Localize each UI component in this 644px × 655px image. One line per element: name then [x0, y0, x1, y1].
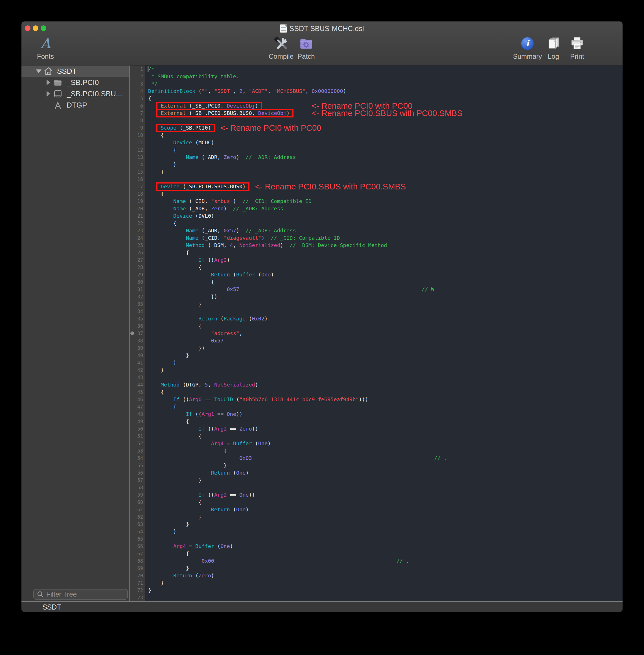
disclosure-icon[interactable]	[43, 91, 53, 96]
code-line-9[interactable]: Scope (_SB.PCI0)	[148, 124, 623, 132]
line-number: 16	[130, 176, 145, 183]
sidebar-item-dtgp[interactable]: DTGP	[21, 99, 129, 111]
sidebar-item-sbpci0[interactable]: _SB.PCI0	[21, 77, 129, 88]
code-line-32[interactable]: })	[148, 293, 623, 300]
code-line-19[interactable]: Name (_CID, "smbus") // _CID: Compatible…	[148, 198, 623, 205]
code-line-28[interactable]: {	[148, 264, 623, 271]
code-line-57[interactable]: }	[148, 477, 623, 484]
line-number: 70	[130, 572, 145, 579]
code-line-62[interactable]: }	[148, 513, 623, 521]
code-line-73[interactable]	[148, 594, 623, 601]
code-line-3[interactable]: */	[148, 80, 623, 88]
code-line-14[interactable]: }	[148, 161, 623, 168]
code-line-64[interactable]: }	[148, 528, 623, 535]
line-number: 48	[130, 410, 145, 418]
disclosure-icon[interactable]	[43, 80, 53, 85]
fonts-button[interactable]: A Fonts	[28, 36, 62, 61]
line-number: 39	[130, 344, 145, 352]
code-line-58[interactable]	[148, 484, 623, 491]
patch-button[interactable]: Patch	[289, 36, 323, 61]
code-line-31[interactable]: 0x57 // W	[148, 286, 623, 293]
code-line-43[interactable]	[148, 374, 623, 381]
code-line-25[interactable]: Method (_DSM, 4, NotSerialized) // _DSM:…	[148, 242, 623, 249]
code-line-65[interactable]	[148, 535, 623, 543]
code-line-40[interactable]: }	[148, 352, 623, 359]
code-line-45[interactable]: {	[148, 388, 623, 396]
code-line-59[interactable]: If ((Arg2 == One))	[148, 491, 623, 499]
line-number: 7	[130, 110, 145, 117]
titlebar[interactable]: SSDT-SBUS-MCHC.dsl	[21, 21, 623, 36]
sidebar-item-ssdt[interactable]: SSDT	[21, 66, 129, 77]
code-line-13[interactable]: Name (_ADR, Zero) // _ADR: Address	[148, 154, 623, 161]
line-number: 17	[130, 183, 145, 190]
code-line-49[interactable]: {	[148, 418, 623, 425]
code-line-23[interactable]: Name (_ADR, 0x57) // _ADR: Address	[148, 227, 623, 234]
code-line-39[interactable]: })	[148, 344, 623, 352]
code-line-52[interactable]: Arg4 = Buffer (One)	[148, 440, 623, 447]
code-line-50[interactable]: If ((Arg2 == Zero))	[148, 425, 623, 432]
code-editor[interactable]: 1234567891011121314151617181920212223242…	[130, 66, 623, 601]
disclosure-open-icon[interactable]	[34, 69, 43, 73]
code-line-63[interactable]: }	[148, 521, 623, 528]
code-line-51[interactable]: {	[148, 432, 623, 440]
rename-annotation: <- Rename PCI0.SBUS with PC00.SMBS	[255, 182, 406, 191]
code-line-38[interactable]: 0x57	[148, 337, 623, 344]
code-line-34[interactable]	[148, 308, 623, 315]
code-line-67[interactable]: {	[148, 550, 623, 557]
code-line-48[interactable]: If ((Arg1 == One))	[148, 410, 623, 418]
compile-tools-icon	[274, 36, 289, 51]
code-line-68[interactable]: 0x00 // .	[148, 557, 623, 565]
code-line-47[interactable]: {	[148, 403, 623, 410]
code-line-21[interactable]: Device (DVL0)	[148, 212, 623, 220]
code-line-35[interactable]: Return (Package (0x02)	[148, 315, 623, 322]
code-line-15[interactable]: }	[148, 168, 623, 176]
line-number: 22	[130, 220, 145, 227]
line-number: 47	[130, 403, 145, 410]
code-line-55[interactable]: }	[148, 462, 623, 469]
code-line-66[interactable]: Arg4 = Buffer (One)	[148, 543, 623, 550]
code-line-70[interactable]: Return (Zero)	[148, 572, 623, 579]
print-label: Print	[570, 52, 584, 61]
line-number: 56	[130, 469, 145, 477]
code-line-46[interactable]: If ((Arg0 == ToUUID ("a0b5b7c6-1318-441c…	[148, 396, 623, 403]
home-icon	[43, 66, 53, 76]
line-number: 42	[130, 366, 145, 374]
code-line-2[interactable]: * SMBus compatibility table.	[148, 73, 623, 80]
code-line-12[interactable]: {	[148, 146, 623, 154]
code-line-37[interactable]: "address",	[148, 330, 623, 337]
code-line-20[interactable]: Name (_ADR, Zero) // _ADR: Address	[148, 205, 623, 212]
code-line-72[interactable]: }	[148, 587, 623, 594]
line-number: 23	[130, 227, 145, 234]
gutter-marker-dot[interactable]	[130, 332, 134, 335]
code-line-4[interactable]: DefinitionBlock ("", "SSDT", 2, "ACDT", …	[148, 88, 623, 95]
code-line-11[interactable]: Device (MCHC)	[148, 139, 623, 146]
code-line-56[interactable]: Return (One)	[148, 469, 623, 477]
code-line-26[interactable]: {	[148, 249, 623, 256]
code-line-27[interactable]: If (!Arg2)	[148, 256, 623, 264]
code-line-60[interactable]: {	[148, 499, 623, 506]
sidebar-item-sbpci0sbu[interactable]: _SB.PCI0.SBU...	[21, 88, 129, 99]
code-line-54[interactable]: 0x03 // .	[148, 455, 623, 462]
code-line-1[interactable]: /*	[148, 66, 623, 73]
code-line-41[interactable]: }	[148, 359, 623, 366]
rename-annotation: <- Rename PCI0 with PC00	[221, 123, 321, 133]
code-line-10[interactable]: {	[148, 132, 623, 139]
code-line-61[interactable]: Return (One)	[148, 506, 623, 513]
line-number: 72	[130, 587, 145, 594]
code-line-36[interactable]: {	[148, 322, 623, 330]
code-line-42[interactable]: }	[148, 366, 623, 374]
filter-tree-input[interactable]: Filter Tree	[33, 589, 128, 600]
document-icon	[280, 25, 287, 32]
code-pane[interactable]: /* * SMBus compatibility table. */Defini…	[145, 66, 623, 601]
code-line-29[interactable]: Return (Buffer (One)	[148, 271, 623, 278]
code-line-71[interactable]: }	[148, 579, 623, 587]
code-line-22[interactable]: {	[148, 220, 623, 227]
print-button[interactable]: Print	[560, 36, 594, 61]
code-line-30[interactable]: {	[148, 278, 623, 286]
line-number: 24	[130, 234, 145, 242]
code-line-44[interactable]: Method (DTGP, 5, NotSerialized)	[148, 381, 623, 388]
code-line-33[interactable]: }	[148, 300, 623, 308]
code-line-69[interactable]: }	[148, 565, 623, 572]
code-line-53[interactable]: {	[148, 447, 623, 455]
code-line-24[interactable]: Name (_CID, "diagsvault") // _CID: Compa…	[148, 234, 623, 242]
